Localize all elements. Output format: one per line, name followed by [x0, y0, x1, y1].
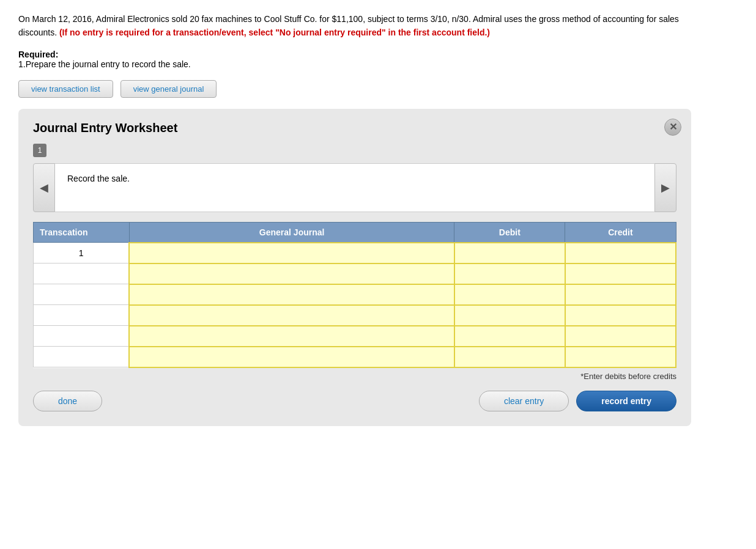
debit-input[interactable]	[455, 306, 565, 325]
debit-input-cell[interactable]	[454, 326, 565, 347]
right-button-group: clear entry record entry	[479, 391, 676, 411]
journal-input[interactable]	[130, 264, 453, 284]
credit-input[interactable]	[566, 285, 675, 304]
step-badge: 1	[33, 144, 46, 157]
table-row	[34, 284, 676, 305]
prev-arrow[interactable]: ◀	[33, 163, 55, 212]
journal-input-cell[interactable]	[129, 284, 454, 305]
journal-input-cell[interactable]	[129, 347, 454, 367]
clear-entry-button[interactable]: clear entry	[479, 391, 569, 411]
debit-input[interactable]	[455, 264, 565, 284]
view-general-journal-button[interactable]: view general journal	[120, 80, 217, 98]
journal-table: Transcation General Journal Debit Credit…	[33, 222, 676, 368]
table-row	[34, 263, 676, 284]
credit-input[interactable]	[566, 306, 675, 325]
journal-input-cell[interactable]	[129, 263, 454, 284]
journal-input-cell[interactable]	[129, 326, 454, 347]
bottom-buttons: done clear entry record entry	[33, 391, 676, 411]
debit-input-cell[interactable]	[454, 347, 565, 367]
debit-input[interactable]	[455, 285, 565, 304]
worksheet-container: Journal Entry Worksheet ✕ 1 ◀ Record the…	[18, 109, 691, 426]
debit-credit-note: *Enter debits before credits	[33, 372, 676, 381]
credit-input-cell[interactable]	[565, 263, 676, 284]
journal-input-cell[interactable]	[129, 305, 454, 326]
next-arrow[interactable]: ▶	[654, 163, 676, 212]
transaction-cell	[34, 305, 130, 326]
required-item1: 1.Prepare the journal entry to record th…	[18, 59, 738, 69]
credit-input-cell[interactable]	[565, 326, 676, 347]
debit-input-cell[interactable]	[454, 284, 565, 305]
header-transaction: Transcation	[34, 222, 130, 243]
transaction-cell: 1	[34, 243, 130, 263]
journal-input-cell[interactable]	[129, 243, 454, 263]
credit-input-cell[interactable]	[565, 243, 676, 263]
credit-input[interactable]	[566, 347, 675, 367]
debit-input[interactable]	[455, 326, 565, 346]
worksheet-title: Journal Entry Worksheet	[33, 121, 676, 135]
required-section: Required: 1.Prepare the journal entry to…	[18, 50, 738, 69]
journal-input[interactable]	[130, 326, 453, 346]
close-button[interactable]: ✕	[664, 119, 681, 136]
problem-text: On March 12, 2016, Admiral Electronics s…	[18, 12, 691, 40]
top-button-row: view transaction list view general journ…	[18, 80, 738, 98]
debit-input-cell[interactable]	[454, 305, 565, 326]
transaction-cell	[34, 263, 130, 284]
table-row	[34, 305, 676, 326]
credit-input-cell[interactable]	[565, 347, 676, 367]
header-general-journal: General Journal	[129, 222, 454, 243]
table-row	[34, 326, 676, 347]
credit-input-cell[interactable]	[565, 305, 676, 326]
problem-text-red: (If no entry is required for a transacti…	[59, 28, 490, 37]
debit-input[interactable]	[455, 347, 565, 367]
credit-input[interactable]	[566, 243, 675, 263]
transaction-cell	[34, 284, 130, 305]
record-entry-button[interactable]: record entry	[576, 391, 676, 411]
table-row	[34, 347, 676, 367]
transaction-cell	[34, 347, 130, 367]
debit-input-cell[interactable]	[454, 243, 565, 263]
required-label: Required:	[18, 50, 738, 59]
table-row: 1	[34, 243, 676, 263]
journal-input[interactable]	[130, 285, 453, 304]
view-transaction-list-button[interactable]: view transaction list	[18, 80, 113, 98]
journal-input[interactable]	[130, 347, 453, 367]
credit-input-cell[interactable]	[565, 284, 676, 305]
description-row: ◀ Record the sale. ▶	[33, 163, 676, 212]
journal-input[interactable]	[130, 306, 453, 325]
credit-input[interactable]	[566, 326, 675, 346]
journal-input[interactable]	[130, 243, 453, 263]
header-credit: Credit	[565, 222, 676, 243]
journal-table-wrapper: Transcation General Journal Debit Credit…	[33, 222, 676, 368]
debit-input-cell[interactable]	[454, 263, 565, 284]
header-debit: Debit	[454, 222, 565, 243]
done-button[interactable]: done	[33, 391, 102, 411]
description-box: Record the sale.	[55, 163, 654, 212]
transaction-cell	[34, 326, 130, 347]
debit-input[interactable]	[455, 243, 565, 263]
credit-input[interactable]	[566, 264, 675, 284]
